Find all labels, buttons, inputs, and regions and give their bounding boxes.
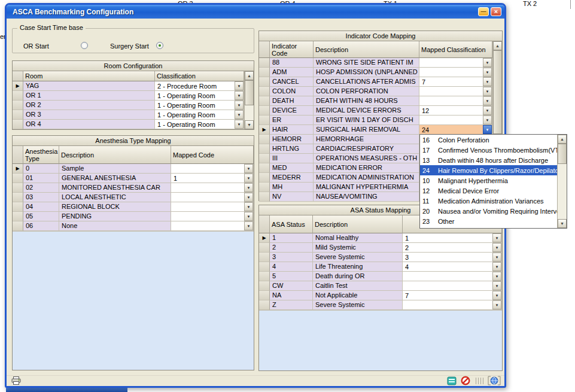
room-cell[interactable]: OR 4 (23, 120, 155, 129)
row-selector-cell[interactable]: ▶ (13, 101, 23, 110)
description-cell[interactable]: GENERAL ANESTHESIA (59, 174, 171, 183)
dropdown-scrollbar[interactable]: ▲ ▼ (557, 135, 567, 228)
asa-status-cell[interactable]: 2 (270, 243, 313, 253)
row-selector-cell[interactable]: ▶ (259, 192, 270, 202)
dropdown-button[interactable]: ▼ (483, 68, 492, 77)
scroll-down-button[interactable]: ▼ (558, 219, 567, 228)
scroll-up-button[interactable]: ▲ (245, 71, 254, 80)
row-selector-cell[interactable]: ▶ (259, 154, 270, 163)
mapped-code-cell[interactable]: 1 ▼ (171, 174, 254, 183)
row-selector-cell[interactable]: ▶ (259, 183, 270, 192)
row-selector-cell[interactable]: ▶ (259, 68, 270, 77)
room-row[interactable]: ▶ OR 4 1 - Operating Room ▼ (13, 120, 244, 129)
asa-row[interactable]: ▶ 3 Severe Systemic 3 ▼ (259, 253, 502, 262)
classification-cell[interactable]: 2 - Procedure Room ▼ (155, 81, 244, 91)
asa-row[interactable]: ▶ NA Not Applicable 7 ▼ (259, 291, 502, 300)
indicator-row[interactable]: ▶ HAIR SURGICAL HAIR REMOVAL 24 ▼ (259, 125, 492, 135)
scrollbar-thumb[interactable] (245, 80, 254, 105)
scrollbar-track[interactable] (558, 144, 567, 219)
scroll-up-button[interactable]: ▲ (493, 41, 502, 50)
description-cell[interactable]: CANCELLATIONS AFTER ADMIS (314, 77, 419, 87)
anesthesia-row[interactable]: ▶ 04 REGIONAL BLOCK ▼ (13, 202, 254, 212)
description-cell[interactable]: Life Threatening (313, 262, 403, 272)
row-selector-cell[interactable]: ▶ (259, 96, 270, 106)
asa-row[interactable]: ▶ 2 Mild Systemic 2 ▼ (259, 243, 502, 253)
description-cell[interactable]: COLON PERFORATION (314, 87, 419, 96)
description-cell[interactable]: HOSP ADMISSION (UNPLANNED (314, 68, 419, 77)
indicator-row[interactable]: ▶ ER ER VISIT W/IN 1 DAY OF DISCH ▼ (259, 116, 492, 125)
scrollbar-thumb[interactable] (493, 50, 502, 134)
minimize-button[interactable]: — (478, 7, 489, 16)
anesthesia-type-cell[interactable]: 0 (23, 164, 59, 174)
indicator-code-cell[interactable]: MEDERR (270, 173, 314, 183)
indicator-code-cell[interactable]: 88 (270, 58, 314, 68)
asa-status-cell[interactable]: CW (270, 281, 313, 291)
anesthesia-row[interactable]: ▶ 03 LOCAL ANESTHETIC ▼ (13, 193, 254, 202)
description-cell[interactable]: Sample (59, 164, 171, 174)
description-cell[interactable]: MEDICAL DEVICE ERRORS (314, 106, 419, 116)
indicator-code-cell[interactable]: HRTLNG (270, 144, 314, 154)
row-selector-cell[interactable]: ▶ (259, 106, 270, 116)
anesthesia-row[interactable]: ▶ 02 MONITORED ANESTHESIA CAR ▼ (13, 183, 254, 193)
description-cell[interactable]: Not Applicable (313, 291, 403, 300)
row-selector-cell[interactable]: ▶ (259, 87, 270, 96)
dropdown-option[interactable]: 12 Medical Device Error (420, 186, 557, 196)
dropdown-button[interactable]: ▼ (483, 58, 492, 67)
mapped-classification-cell[interactable]: 7 ▼ (419, 77, 492, 87)
dropdown-button[interactable]: ▼ (492, 253, 501, 262)
dropdown-button[interactable]: ▼ (235, 120, 244, 129)
dropdown-button[interactable]: ▼ (483, 116, 492, 124)
anesthesia-type-cell[interactable]: 06 (23, 221, 59, 231)
mapped-value-cell[interactable]: 7 ▼ (403, 291, 502, 300)
dropdown-button[interactable]: ▼ (244, 174, 253, 183)
row-selector-cell[interactable]: ▶ (259, 281, 270, 291)
mapped-code-cell[interactable]: ▼ (171, 183, 254, 193)
row-selector-cell[interactable]: ▶ (13, 193, 23, 202)
indicator-code-cell[interactable]: ER (270, 116, 314, 125)
asa-row[interactable]: ▶ 1 Nomal Healthy 1 ▼ (259, 233, 502, 243)
description-cell[interactable]: MEDICATION ADMINISTRATION (314, 173, 419, 183)
row-selector-cell[interactable]: ▶ (259, 300, 270, 310)
indicator-code-cell[interactable]: DEVICE (270, 106, 314, 116)
print-button[interactable] (11, 376, 21, 385)
mapped-value-cell[interactable]: ▼ (403, 272, 502, 281)
row-selector-cell[interactable]: ▶ (259, 253, 270, 262)
row-selector-cell[interactable]: ▶ (13, 81, 23, 91)
description-cell[interactable]: MEDICATION ERROR (314, 163, 419, 173)
dropdown-button[interactable]: ▼ (244, 202, 253, 211)
indicator-code-cell[interactable]: MH (270, 183, 314, 192)
description-cell[interactable]: Death during OR (313, 272, 403, 281)
room-row[interactable]: ▶ OR 1 1 - Operating Room ▼ (13, 91, 244, 101)
dropdown-option[interactable]: 11 Medication Administration Variances (420, 196, 557, 206)
indicator-code-cell[interactable]: HAIR (270, 125, 314, 135)
dropdown-option[interactable]: 16 Colon Perforation (420, 135, 557, 145)
description-cell[interactable]: DEATH WITHIN 48 HOURS (314, 96, 419, 106)
description-cell[interactable]: Caitlin Test (313, 281, 403, 291)
room-grid-scrollbar[interactable]: ▲ ▼ (244, 71, 254, 129)
title-bar[interactable]: ASCA Benchmarking Configuration — × (7, 5, 504, 19)
room-cell[interactable]: YAG (23, 81, 155, 91)
dropdown-option[interactable]: 24 Hair Removal By Clippers/Razor/Depila… (420, 165, 557, 175)
dropdown-button[interactable]: ▼ (492, 291, 501, 300)
mapped-value-cell[interactable]: 3 ▼ (403, 253, 502, 262)
room-row[interactable]: ▶ YAG 2 - Procedure Room ▼ (13, 81, 244, 91)
indicator-code-cell[interactable]: CANCEL (270, 77, 314, 87)
description-cell[interactable]: REGIONAL BLOCK (59, 202, 171, 212)
indicator-code-cell[interactable]: HEMORR (270, 135, 314, 144)
room-row[interactable]: ▶ OR 2 1 - Operating Room ▼ (13, 101, 244, 110)
dropdown-option[interactable]: 23 Other (420, 216, 557, 226)
dropdown-button[interactable]: ▼ (483, 87, 492, 96)
room-row[interactable]: ▶ OR 3 1 - Operating Room ▼ (13, 110, 244, 120)
scrollbar-thumb[interactable] (558, 144, 567, 164)
description-cell[interactable]: PENDING (59, 212, 171, 221)
indicator-row[interactable]: ▶ CANCEL CANCELLATIONS AFTER ADMIS 7 ▼ (259, 77, 492, 87)
anesthesia-row[interactable]: ▶ 05 PENDING ▼ (13, 212, 254, 221)
room-cell[interactable]: OR 3 (23, 110, 155, 120)
dropdown-option[interactable]: 20 Nausea and/or Vomiting Requiring Inte… (420, 206, 557, 216)
description-cell[interactable]: None (59, 221, 171, 231)
dropdown-button[interactable]: ▼ (244, 212, 253, 221)
row-selector-cell[interactable]: ▶ (13, 110, 23, 120)
classification-cell[interactable]: 1 - Operating Room ▼ (155, 91, 244, 101)
mapped-classification-cell[interactable]: ▼ (419, 68, 492, 77)
mapped-value-cell[interactable]: 4 ▼ (403, 262, 502, 272)
